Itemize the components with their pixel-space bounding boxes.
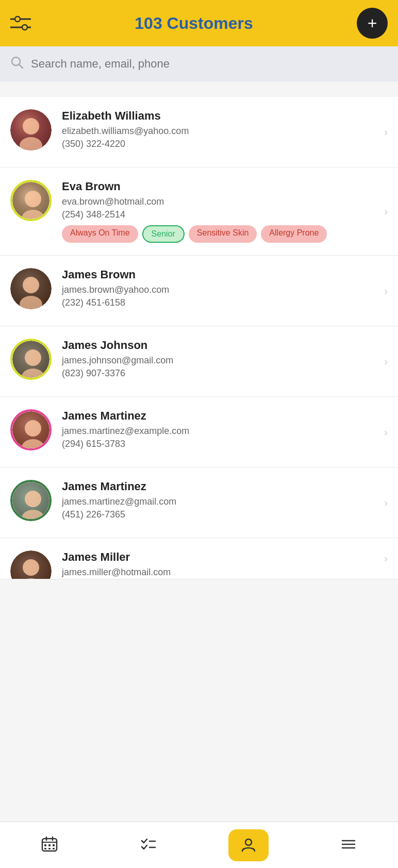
- avatar: [10, 550, 52, 579]
- customer-tag: Always On Time: [62, 225, 138, 243]
- search-input[interactable]: [31, 57, 388, 71]
- customer-info: James Martinez james.martinez@gmail.com …: [62, 480, 379, 525]
- svg-point-17: [22, 369, 44, 380]
- svg-point-8: [20, 137, 42, 151]
- avatar-image: [10, 268, 52, 309]
- svg-rect-36: [53, 848, 55, 849]
- svg-point-10: [25, 191, 41, 207]
- customer-list-item[interactable]: James Johnson james.johnson@gmail.com (8…: [0, 326, 398, 397]
- svg-rect-31: [44, 844, 46, 846]
- customer-email: james.martinez@example.com: [62, 426, 379, 437]
- avatar-image: [12, 482, 49, 519]
- svg-point-3: [22, 25, 27, 30]
- customer-list-item[interactable]: James Martinez james.martinez@gmail.com …: [0, 468, 398, 538]
- customer-list: Elizabeth Williams elizabeth.williams@ya…: [0, 97, 398, 579]
- customer-tags: Always On TimeSeniorSensitive SkinAllerg…: [62, 225, 379, 243]
- avatar: [10, 268, 52, 309]
- svg-point-26: [20, 578, 42, 579]
- customer-tag: Sensitive Skin: [189, 225, 257, 243]
- customer-email: james.brown@yahoo.com: [62, 285, 379, 295]
- chevron-right-icon: ›: [384, 553, 388, 564]
- customer-phone: (254) 348-2514: [62, 209, 379, 220]
- svg-point-23: [22, 510, 44, 521]
- svg-point-39: [245, 839, 252, 845]
- customer-list-item[interactable]: James Martinez james.martinez@example.co…: [0, 397, 398, 468]
- avatar: [10, 480, 52, 521]
- customer-info: James Miller james.miller@hotmail.com: [62, 550, 379, 579]
- customer-info: James Johnson james.johnson@gmail.com (8…: [62, 339, 379, 384]
- avatar: [10, 339, 52, 380]
- svg-point-13: [23, 277, 39, 293]
- svg-point-19: [25, 420, 41, 437]
- customer-info: Eva Brown eva.brown@hotmail.com (254) 34…: [62, 180, 379, 243]
- chevron-right-icon: ›: [384, 426, 388, 438]
- avatar-image: [12, 182, 49, 219]
- tasks-icon: [140, 836, 157, 855]
- nav-customers[interactable]: [228, 829, 269, 861]
- bottom-nav: [0, 822, 398, 868]
- customer-name: James Brown: [62, 268, 379, 281]
- svg-point-7: [23, 118, 39, 135]
- calendar-icon: [41, 836, 58, 855]
- avatar: [10, 109, 52, 151]
- search-bar: [10, 56, 388, 72]
- nav-tasks[interactable]: [129, 831, 168, 859]
- chevron-right-icon: ›: [384, 285, 388, 297]
- svg-point-25: [23, 559, 39, 576]
- avatar-image: [10, 550, 52, 579]
- customer-email: james.johnson@gmail.com: [62, 355, 379, 366]
- avatar: [10, 409, 52, 450]
- customer-email: eva.brown@hotmail.com: [62, 196, 379, 207]
- svg-point-11: [22, 210, 44, 221]
- nav-calendar[interactable]: [30, 831, 69, 859]
- customer-email: james.miller@hotmail.com: [62, 567, 379, 578]
- customer-name: James Miller: [62, 550, 379, 564]
- chevron-right-icon: ›: [384, 206, 388, 218]
- menu-icon: [340, 836, 357, 855]
- svg-rect-34: [44, 848, 46, 849]
- svg-point-20: [22, 439, 44, 450]
- svg-line-5: [19, 64, 23, 68]
- page-title: 103 Customers: [135, 14, 253, 33]
- customer-phone: (451) 226-7365: [62, 509, 379, 520]
- customer-info: Elizabeth Williams elizabeth.williams@ya…: [62, 109, 379, 155]
- avatar: [10, 180, 52, 221]
- customer-email: james.martinez@gmail.com: [62, 496, 379, 507]
- customer-list-item[interactable]: James Miller james.miller@hotmail.com ›: [0, 538, 398, 579]
- svg-rect-33: [53, 844, 55, 846]
- customer-info: James Martinez james.martinez@example.co…: [62, 409, 379, 455]
- customer-name: James Johnson: [62, 339, 379, 352]
- search-container: [0, 46, 398, 81]
- customer-tag: Allergy Prone: [261, 225, 327, 243]
- customer-info: James Brown james.brown@yahoo.com (232) …: [62, 268, 379, 313]
- customer-list-item[interactable]: Eva Brown eva.brown@hotmail.com (254) 34…: [0, 168, 398, 256]
- list-spacer: [0, 81, 398, 97]
- avatar-image: [10, 109, 52, 151]
- chevron-right-icon: ›: [384, 356, 388, 368]
- search-icon: [10, 56, 24, 72]
- customer-tag: Senior: [142, 225, 185, 243]
- customer-name: James Martinez: [62, 409, 379, 423]
- avatar-image: [12, 411, 49, 448]
- svg-rect-32: [48, 844, 51, 846]
- customer-list-item[interactable]: James Brown james.brown@yahoo.com (232) …: [0, 256, 398, 326]
- svg-point-1: [15, 16, 20, 22]
- customer-name: James Martinez: [62, 480, 379, 493]
- customer-name: Eva Brown: [62, 180, 379, 193]
- svg-point-14: [20, 296, 42, 309]
- svg-point-22: [25, 491, 41, 507]
- nav-menu[interactable]: [329, 831, 368, 859]
- chevron-right-icon: ›: [384, 497, 388, 509]
- customer-phone: (232) 451-6158: [62, 297, 379, 308]
- svg-point-16: [25, 349, 41, 366]
- add-customer-button[interactable]: +: [357, 8, 388, 39]
- customer-list-item[interactable]: Elizabeth Williams elizabeth.williams@ya…: [0, 97, 398, 168]
- customer-email: elizabeth.williams@yahoo.com: [62, 126, 379, 137]
- customer-name: Elizabeth Williams: [62, 109, 379, 123]
- svg-rect-35: [48, 848, 51, 849]
- filter-button[interactable]: [10, 15, 31, 31]
- customer-phone: (350) 322-4220: [62, 139, 379, 149]
- customer-phone: (823) 907-3376: [62, 368, 379, 379]
- header: 103 Customers +: [0, 0, 398, 46]
- customers-icon: [240, 836, 257, 855]
